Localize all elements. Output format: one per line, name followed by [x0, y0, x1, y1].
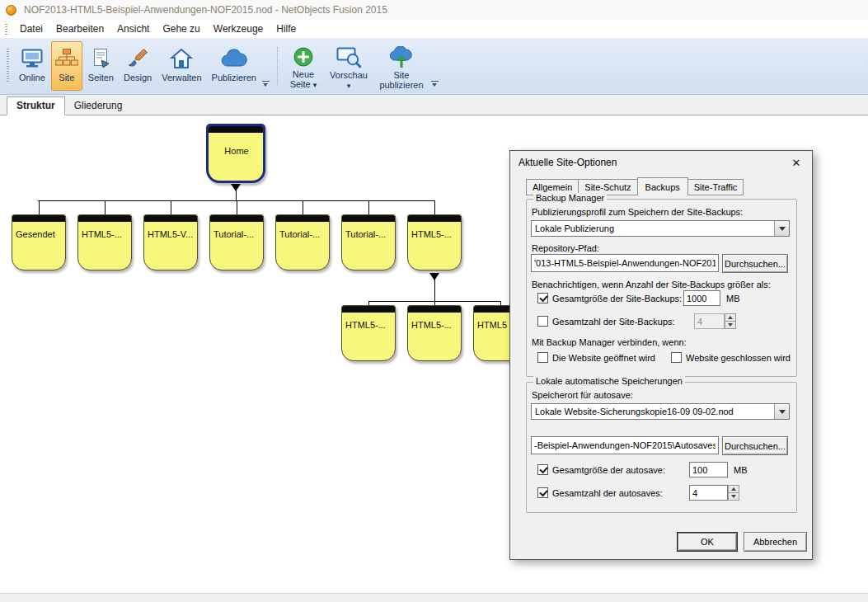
site-backup-size-unit: MB — [726, 294, 740, 303]
ok-button[interactable]: OK — [677, 532, 738, 552]
website-open-label[interactable]: Die Website geöffnet wird — [552, 353, 655, 363]
site-label: Site — [59, 73, 74, 82]
tree-node[interactable]: HTML5-... — [341, 305, 396, 361]
node-header-bar — [342, 215, 395, 222]
toolbar-overflow-button[interactable] — [431, 81, 439, 87]
tree-connector — [39, 201, 40, 214]
new-page-label: Neue Seite — [290, 69, 314, 89]
toolbar-drag-handle[interactable] — [7, 49, 9, 83]
site-view-button[interactable]: Site — [51, 41, 82, 91]
app-icon[interactable] — [6, 5, 16, 16]
connect-label: Mit Backup Manager verbinden, wenn: — [532, 337, 687, 347]
node-label: HTML5-... — [411, 320, 459, 330]
spinner-down-icon[interactable] — [728, 492, 739, 501]
new-page-button[interactable]: Neue Seite ▾ — [283, 41, 324, 91]
publish-site-button[interactable]: Site publizieren — [373, 41, 429, 91]
site-backup-count-spinner[interactable] — [725, 313, 736, 329]
node-label: Tutorial-... — [213, 229, 261, 239]
menu-ansicht[interactable]: Ansicht — [110, 21, 156, 37]
node-label: HTML5-... — [82, 229, 129, 239]
design-view-button[interactable]: Design — [120, 41, 156, 91]
design-label: Design — [124, 73, 152, 82]
autosave-count-input[interactable] — [689, 485, 728, 501]
dropdown-caret-icon: ▾ — [347, 81, 351, 91]
site-backup-size-checkbox[interactable] — [537, 293, 548, 303]
tab-backups[interactable]: Backups — [637, 177, 688, 195]
menu-hilfe[interactable]: Hilfe — [270, 21, 303, 37]
site-backup-count-input[interactable] — [694, 313, 725, 329]
autosave-count-label[interactable]: Gesamtzahl der autosaves: — [552, 488, 663, 498]
autosave-size-label[interactable]: Gesamtgröße der autosave: — [552, 465, 665, 475]
browse-repository-button[interactable]: Durchsuchen... — [722, 254, 788, 273]
autosave-path-input[interactable] — [531, 436, 719, 454]
node-header-bar — [12, 215, 65, 222]
group-legend: Backup Manager — [533, 193, 607, 203]
seiten-view-button[interactable]: Seiten — [84, 41, 118, 91]
tree-node[interactable]: HTML5-... — [407, 214, 462, 270]
node-header-bar — [78, 215, 131, 222]
menu-drag-handle[interactable] — [5, 24, 7, 35]
backup-profile-select[interactable]: Lokale Publizierung — [531, 220, 790, 237]
tree-node[interactable]: Tutorial-... — [275, 214, 330, 270]
main-toolbar: Online Site Seiten Design Verwalten — [0, 38, 868, 95]
website-open-checkbox[interactable] — [537, 352, 548, 363]
menu-bearbeiten[interactable]: Bearbeiten — [49, 21, 110, 37]
menu-datei[interactable]: Datei — [13, 21, 49, 37]
tab-site-traffic[interactable]: Site-Traffic — [687, 179, 744, 195]
tree-node-home[interactable]: Home — [206, 124, 265, 183]
node-header-bar — [276, 215, 329, 222]
website-closed-checkbox[interactable] — [671, 352, 682, 363]
combo-dropdown-icon[interactable] — [774, 404, 789, 419]
site-backup-count-checkbox[interactable] — [537, 316, 548, 327]
menu-werkzeuge[interactable]: Werkzeuge — [207, 21, 270, 37]
website-closed-label[interactable]: Website geschlossen wird — [686, 353, 791, 363]
publizieren-view-button[interactable]: Publizieren — [208, 41, 260, 91]
window-title: NOF2013-HTML5-Beispiel-Anwendungen-NOF20… — [24, 4, 387, 16]
verwalten-label: Verwalten — [162, 73, 201, 82]
menu-bar: Datei Bearbeiten Ansicht Gehe zu Werkzeu… — [0, 20, 868, 38]
online-label: Online — [19, 73, 45, 82]
tab-struktur[interactable]: Struktur — [7, 96, 65, 115]
toolbar-separator — [277, 47, 278, 85]
autosave-size-checkbox[interactable] — [537, 464, 548, 475]
toolbar-overflow-button[interactable] — [262, 81, 270, 87]
spinner-down-icon[interactable] — [725, 321, 736, 329]
tree-connector — [368, 201, 369, 214]
node-header-bar — [408, 306, 461, 313]
tree-node[interactable]: HTML5-... — [77, 214, 132, 270]
tab-gliederung[interactable]: Gliederung — [65, 97, 132, 115]
node-header-bar — [342, 306, 395, 313]
monitor-icon — [21, 46, 44, 71]
preview-button[interactable]: Vorschau ▾ — [326, 41, 372, 91]
home-icon — [170, 46, 193, 71]
site-backup-size-label[interactable]: Gesamtgröße der Site-Backups: — [552, 294, 682, 303]
menu-gehe-zu[interactable]: Gehe zu — [156, 21, 206, 37]
site-backup-size-input[interactable] — [683, 290, 720, 306]
horizontal-scrollbar[interactable] — [0, 593, 868, 602]
repository-path-input[interactable] — [531, 254, 719, 272]
verwalten-view-button[interactable]: Verwalten — [157, 41, 205, 91]
autosave-size-unit: MB — [734, 465, 748, 475]
node-label: HTML5-... — [411, 229, 459, 239]
publizieren-label: Publizieren — [212, 73, 256, 82]
autosave-size-input[interactable] — [689, 462, 728, 477]
title-bar: NOF2013-HTML5-Beispiel-Anwendungen-NOF20… — [0, 0, 868, 20]
autosave-location-select[interactable]: Lokale Website-Sicherungskopie16-09 09-0… — [531, 403, 790, 420]
autosave-count-spinner[interactable] — [728, 485, 739, 501]
tree-node[interactable]: Gesendet — [12, 214, 66, 270]
tree-node[interactable]: HTML5-V... — [143, 214, 198, 270]
tree-connector — [171, 201, 171, 214]
backup-profile-value: Lokale Publizierung — [535, 223, 772, 233]
site-backup-count-label[interactable]: Gesamtzahl der Site-Backups: — [552, 317, 675, 327]
tree-node[interactable]: HTML5-... — [407, 305, 462, 361]
combo-dropdown-icon[interactable] — [774, 221, 789, 236]
tree-node[interactable]: Tutorial-... — [341, 214, 396, 270]
autosave-count-checkbox[interactable] — [537, 487, 548, 498]
close-icon[interactable]: ✕ — [785, 154, 808, 171]
browse-autosave-button[interactable]: Durchsuchen... — [722, 436, 788, 455]
cancel-button[interactable]: Abbrechen — [744, 532, 807, 552]
tree-node[interactable]: Tutorial-... — [209, 214, 264, 270]
online-view-button[interactable]: Online — [15, 41, 49, 91]
node-label: Home — [212, 146, 261, 156]
publish-site-icon — [388, 46, 415, 68]
